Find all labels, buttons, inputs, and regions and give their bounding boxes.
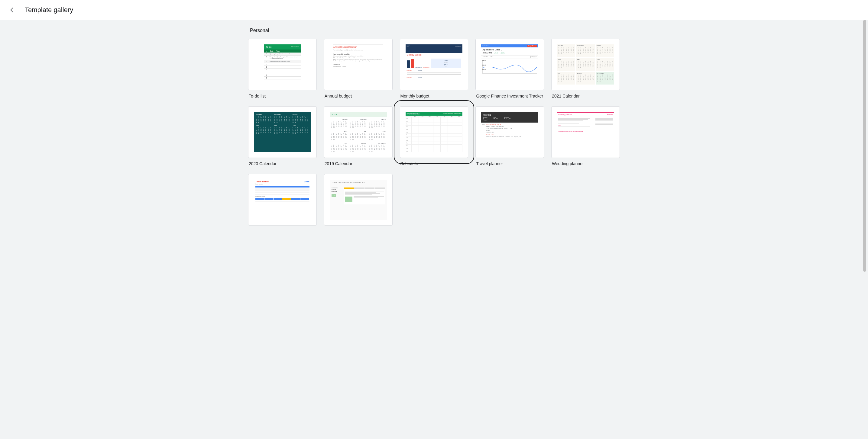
template-thumbnail: Trip Title TravelersPerson 1 Person 2 Da… <box>475 106 544 158</box>
preview-title: DAILY SCHEDULE <box>407 113 420 115</box>
template-thumbnail: DAILY SCHEDULE To change dates, edit the… <box>400 106 468 158</box>
template-label: Annual budget <box>324 93 393 99</box>
template-card-schedule[interactable]: DAILY SCHEDULE To change dates, edit the… <box>400 106 468 167</box>
template-thumbnail: Annual budget tracker Plan and track you… <box>324 39 393 90</box>
calendar-preview: JANUARY123456789101112131415161718192021… <box>330 119 387 152</box>
template-thumbnail: JANUARY123456789101112131415161718192021… <box>248 106 317 158</box>
preview-title: To Do <box>266 46 271 48</box>
preview-counter: 1/3 completed <box>291 46 299 48</box>
back-button[interactable] <box>9 6 16 13</box>
section-title: Personal <box>248 28 620 33</box>
template-grid: To Do 1/3 completed ✓ Date Task Open any… <box>248 39 620 229</box>
preview-title: Team Name <box>255 180 269 183</box>
template-thumbnail: JANUARY123456789101112131415161718192021… <box>551 39 620 90</box>
scrollbar-thumb[interactable] <box>863 20 866 272</box>
preview-title: Annual budget tracker <box>333 44 383 49</box>
template-label: To-do list <box>248 93 317 99</box>
preview-year: 2019 <box>330 112 387 117</box>
calendar-preview: JANUARY123456789101112131415161718192021… <box>557 44 614 85</box>
template-label: Travel planner <box>475 161 544 167</box>
template-thumbnail: To Do 1/3 completed ✓ Date Task Open any… <box>248 39 317 90</box>
template-card-wedding[interactable]: Wedding Planner Sections NOTE <box>551 106 620 167</box>
page-title: Template gallery <box>25 6 73 14</box>
template-label: Wedding planner <box>551 161 620 167</box>
template-label: 2021 Calendar <box>551 93 620 99</box>
template-thumbnail: 2019 JANUARY1234567891011121314151617181… <box>324 106 393 158</box>
template-label: 2020 Calendar <box>248 161 317 167</box>
template-label: 2019 Calendar <box>324 161 393 167</box>
template-card-monthly[interactable]: SETUPInstructions text Monthly Budget ST… <box>400 39 468 99</box>
calendar-preview: JANUARY123456789101112131415161718192021… <box>256 114 309 134</box>
template-thumbnail: Team Name 2016 Season dates here Schedul… <box>248 174 317 226</box>
preview-title: Travel Destinations for Summer 2017 <box>332 181 385 184</box>
template-thumbnail: Travel Destinations for Summer 2017 DEST… <box>324 174 393 226</box>
template-thumbnail: InstructionsGoogle Finance Alphabet Inc … <box>475 39 544 90</box>
content-area: Personal To Do 1/3 completed ✓ Date Task <box>0 20 868 439</box>
template-card-annual[interactable]: Annual budget tracker Plan and track you… <box>324 39 393 99</box>
scrollbar[interactable] <box>861 20 866 439</box>
template-card-todo[interactable]: To Do 1/3 completed ✓ Date Task Open any… <box>248 39 317 99</box>
template-label: Schedule <box>400 161 468 167</box>
template-label: Monthly budget <box>400 93 468 99</box>
template-label: Google Finance Investment Tracker <box>475 93 544 99</box>
template-card-2021[interactable]: JANUARY123456789101112131415161718192021… <box>551 39 620 99</box>
preview-title: Monthly Budget <box>406 53 463 57</box>
arrow-back-icon <box>9 6 16 13</box>
preview-title: Wedding Planner <box>558 114 572 115</box>
preview-title: Trip Title <box>483 114 536 116</box>
preview-title: Alphabet Inc Class C <box>483 48 537 51</box>
template-card-destinations[interactable]: Travel Destinations for Summer 2017 DEST… <box>324 174 393 229</box>
template-card-2019[interactable]: 2019 JANUARY1234567891011121314151617181… <box>324 106 393 167</box>
template-thumbnail: Wedding Planner Sections NOTE <box>551 106 620 158</box>
template-thumbnail: SETUPInstructions text Monthly Budget ST… <box>400 39 468 90</box>
template-card-travel[interactable]: Trip Title TravelersPerson 1 Person 2 Da… <box>475 106 544 167</box>
template-card-2020[interactable]: JANUARY123456789101112131415161718192021… <box>248 106 317 167</box>
template-card-finance[interactable]: InstructionsGoogle Finance Alphabet Inc … <box>475 39 544 99</box>
template-card-team[interactable]: Team Name 2016 Season dates here Schedul… <box>248 174 317 229</box>
header: Template gallery <box>0 0 868 20</box>
